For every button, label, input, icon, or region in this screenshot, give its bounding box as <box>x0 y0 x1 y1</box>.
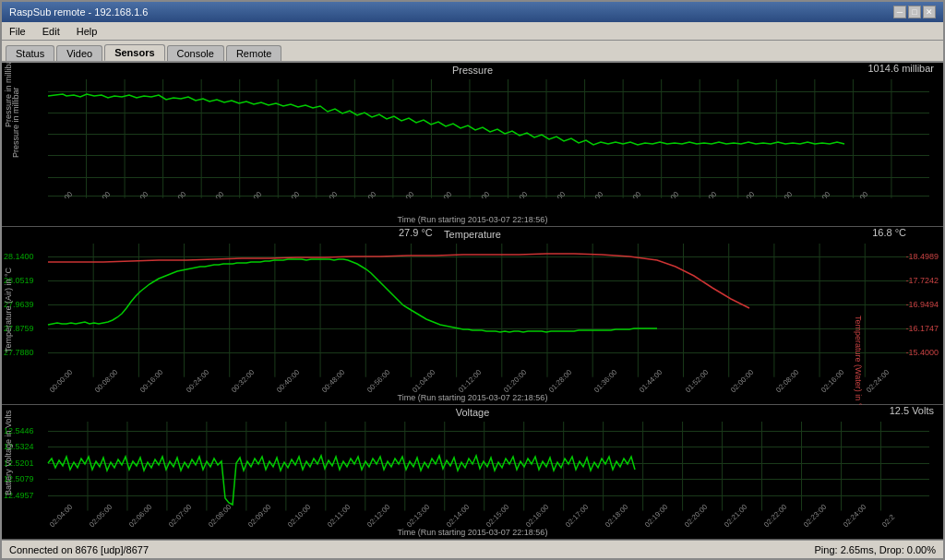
window-controls: ─ □ ✕ <box>893 6 936 18</box>
pressure-chart-panel: Pressure 1014.6 millibar Pressure in mil… <box>2 63 943 227</box>
main-content: Pressure 1014.6 millibar Pressure in mil… <box>2 63 943 540</box>
temperature-y-axis-label-left: Temperature (Air) in °C <box>4 268 13 352</box>
menu-help[interactable]: Help <box>73 25 102 38</box>
voltage-chart-panel: Voltage 12.5 Volts 12.5446 12.5324 12.52… <box>2 405 943 540</box>
pressure-chart-inner: 1.018e3 1.017e3 1.016e3 1.015e3 1.014e3 … <box>48 79 929 198</box>
temperature-air-value: 27.9 °C <box>399 227 433 238</box>
tab-status[interactable]: Status <box>6 45 54 61</box>
minimize-button[interactable]: ─ <box>893 6 906 18</box>
tab-remote[interactable]: Remote <box>226 45 282 61</box>
charts-container: Pressure 1014.6 millibar Pressure in mil… <box>2 63 943 540</box>
menu-bar: File Edit Help <box>2 22 943 41</box>
main-window: RaspSub remote - 192.168.1.6 ─ □ ✕ File … <box>0 0 945 560</box>
pressure-y-axis-label: Pressure in millibar <box>4 63 13 127</box>
pressure-chart-value: 1014.6 millibar <box>867 63 934 74</box>
pressure-x-label: Time (Run starting 2015-03-07 22:18:56) <box>398 215 548 224</box>
voltage-chart-value: 12.5 Volts <box>890 405 934 416</box>
pressure-y-label: Pressure in millibar <box>11 139 20 158</box>
status-right: Ping: 2.65ms, Drop: 0.00% <box>815 544 936 555</box>
tab-video[interactable]: Video <box>56 45 102 61</box>
temperature-chart-title: Temperature <box>444 227 501 242</box>
pressure-chart-title: Pressure <box>452 63 493 77</box>
window-title: RaspSub remote - 192.168.1.6 <box>9 6 148 18</box>
voltage-chart-inner: 12.5446 12.5324 12.5201 12.5079 12.4957 <box>48 422 929 511</box>
title-bar: RaspSub remote - 192.168.1.6 ─ □ ✕ <box>2 2 943 22</box>
temperature-water-value: 16.8 °C <box>872 227 906 238</box>
pressure-svg <box>48 79 929 198</box>
voltage-chart-title: Voltage <box>456 405 490 420</box>
menu-edit[interactable]: Edit <box>39 25 64 38</box>
tab-sensors[interactable]: Sensors <box>104 44 164 61</box>
temperature-x-label: Time (Run starting 2015-03-07 22:18:56) <box>398 393 548 402</box>
temperature-svg <box>48 244 911 377</box>
temperature-chart-panel: Temperature 27.9 °C 16.8 °C 28.1400 -18.… <box>2 227 943 406</box>
close-button[interactable]: ✕ <box>923 6 936 18</box>
status-bar: Connected on 8676 [udp]/8677 Ping: 2.65m… <box>2 540 943 558</box>
menu-file[interactable]: File <box>6 25 30 38</box>
voltage-svg <box>48 422 929 511</box>
tab-console[interactable]: Console <box>167 45 224 61</box>
temperature-y-axis-label-right: Temperature (Water) in °C <box>854 316 863 412</box>
maximize-button[interactable]: □ <box>908 6 921 18</box>
status-left: Connected on 8676 [udp]/8677 <box>9 544 149 555</box>
voltage-y-axis-label: Battery Voltage in Volts <box>4 411 13 496</box>
voltage-x-label: Time (Run starting 2015-03-07 22:18:56) <box>398 528 548 537</box>
temperature-chart-inner: 28.1400 -18.4989 28.0519 -17.7242 27.963… <box>48 244 911 377</box>
tab-bar: Status Video Sensors Console Remote <box>2 41 943 63</box>
